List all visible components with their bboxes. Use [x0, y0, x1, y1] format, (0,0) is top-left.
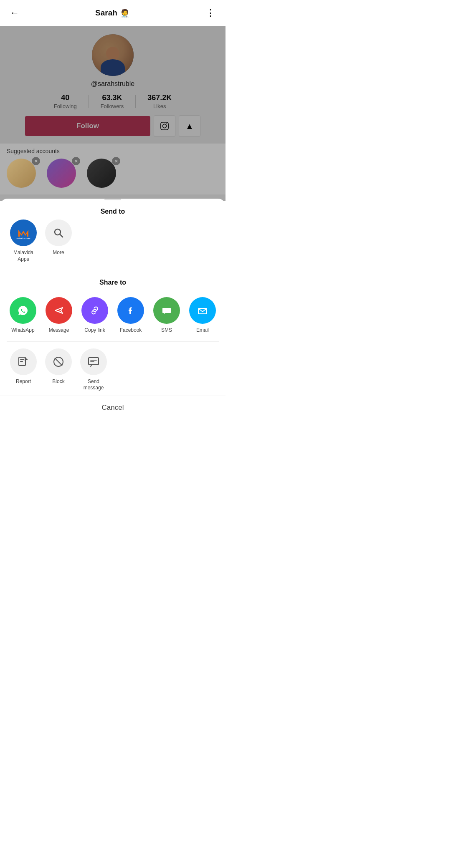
suggested-avatar-2: [47, 159, 76, 188]
copy-link-item[interactable]: Copy link: [80, 297, 110, 334]
more-icon: [45, 220, 72, 246]
send-to-row: malavida.com MalavidaApps More: [0, 220, 226, 271]
sms-label: SMS: [161, 327, 172, 334]
more-item[interactable]: More: [45, 220, 72, 262]
svg-point-12: [88, 303, 102, 318]
following-count: 40: [61, 93, 69, 102]
suggested-section: Suggested accounts ✕ ✕ ✕: [0, 144, 226, 194]
send-to-title: Send to: [0, 200, 226, 220]
follow-button[interactable]: Follow: [25, 116, 150, 136]
followers-count: 63.3K: [102, 93, 122, 102]
facebook-label: Facebook: [120, 327, 142, 334]
block-icon: [45, 348, 72, 375]
dismiss-2-button[interactable]: ✕: [72, 157, 80, 165]
followers-stat[interactable]: 63.3K Followers: [89, 93, 136, 109]
whatsapp-item[interactable]: WhatsApp: [8, 297, 38, 334]
email-icon: [189, 297, 216, 324]
svg-point-1: [162, 124, 166, 128]
block-label: Block: [52, 378, 64, 385]
report-icon: [10, 348, 37, 375]
profile-action-row: Follow ▲: [7, 115, 219, 137]
svg-text:malavida.com: malavida.com: [16, 237, 30, 240]
likes-label: Likes: [153, 103, 166, 109]
copy-link-icon: [81, 297, 108, 324]
suggested-item-3[interactable]: ✕: [87, 159, 120, 192]
facebook-item[interactable]: Facebook: [116, 297, 146, 334]
svg-line-7: [60, 235, 63, 237]
title-emoji: 🧑‍⚕️: [120, 8, 130, 18]
message-icon: [46, 297, 72, 324]
suggested-avatar-3: [87, 159, 116, 188]
svg-line-19: [55, 358, 62, 365]
report-item[interactable]: Report: [10, 348, 37, 391]
malavida-label: MalavidaApps: [13, 250, 33, 262]
email-item[interactable]: Email: [187, 297, 218, 334]
likes-stat[interactable]: 367.2K Likes: [136, 93, 183, 109]
dismiss-1-button[interactable]: ✕: [32, 157, 40, 165]
suggested-item-2[interactable]: ✕: [47, 159, 80, 192]
share-to-title: Share to: [0, 271, 226, 290]
dismiss-3-button[interactable]: ✕: [112, 157, 120, 165]
message-label: Message: [49, 327, 69, 334]
suggested-avatar-1: [7, 159, 36, 188]
send-message-icon: [80, 348, 107, 375]
facebook-icon: [117, 297, 144, 324]
bottom-sheet: Send to malavida.com MalavidaApps: [0, 199, 226, 422]
dropdown-button[interactable]: ▲: [179, 115, 200, 137]
malavida-icon: malavida.com: [10, 220, 37, 246]
svg-point-2: [166, 124, 167, 124]
cancel-bar[interactable]: Cancel: [0, 396, 226, 418]
send-message-item[interactable]: Sendmessage: [80, 348, 107, 391]
likes-count: 367.2K: [147, 93, 172, 102]
copy-link-label: Copy link: [84, 327, 105, 334]
top-nav: ← Sarah 🧑‍⚕️ ⋮: [0, 0, 226, 26]
svg-rect-20: [89, 358, 99, 365]
report-label: Report: [16, 378, 31, 385]
suggested-item-1[interactable]: ✕: [7, 159, 40, 192]
profile-section: @sarahstruble 40 Following 63.3K Followe…: [0, 26, 226, 144]
send-message-label: Sendmessage: [84, 378, 104, 391]
email-label: Email: [196, 327, 209, 334]
avatar: [92, 34, 134, 76]
message-item[interactable]: Message: [44, 297, 74, 334]
svg-rect-0: [161, 122, 168, 130]
sms-item[interactable]: SMS: [152, 297, 182, 334]
following-stat[interactable]: 40 Following: [42, 93, 89, 109]
instagram-button[interactable]: [154, 115, 175, 137]
whatsapp-icon: [10, 297, 36, 324]
block-item[interactable]: Block: [45, 348, 72, 391]
svg-point-15: [195, 303, 210, 318]
share-to-row: WhatsApp Message: [0, 290, 226, 338]
malavida-apps-item[interactable]: malavida.com MalavidaApps: [10, 220, 37, 262]
username: @sarahstruble: [91, 80, 134, 88]
back-button[interactable]: ←: [10, 8, 19, 18]
cancel-label: Cancel: [102, 404, 124, 411]
stats-row: 40 Following 63.3K Followers 367.2K Like…: [7, 93, 219, 109]
more-label: More: [53, 250, 64, 256]
whatsapp-label: WhatsApp: [11, 327, 34, 334]
following-label: Following: [54, 103, 77, 109]
followers-label: Followers: [101, 103, 124, 109]
page-title: Sarah: [95, 8, 117, 18]
action-items-row: Report Block Sendmessage: [0, 342, 226, 396]
sms-icon: [153, 297, 180, 324]
more-options-button[interactable]: ⋮: [206, 8, 215, 18]
suggested-label: Suggested accounts: [7, 148, 219, 154]
svg-point-9: [52, 303, 66, 318]
